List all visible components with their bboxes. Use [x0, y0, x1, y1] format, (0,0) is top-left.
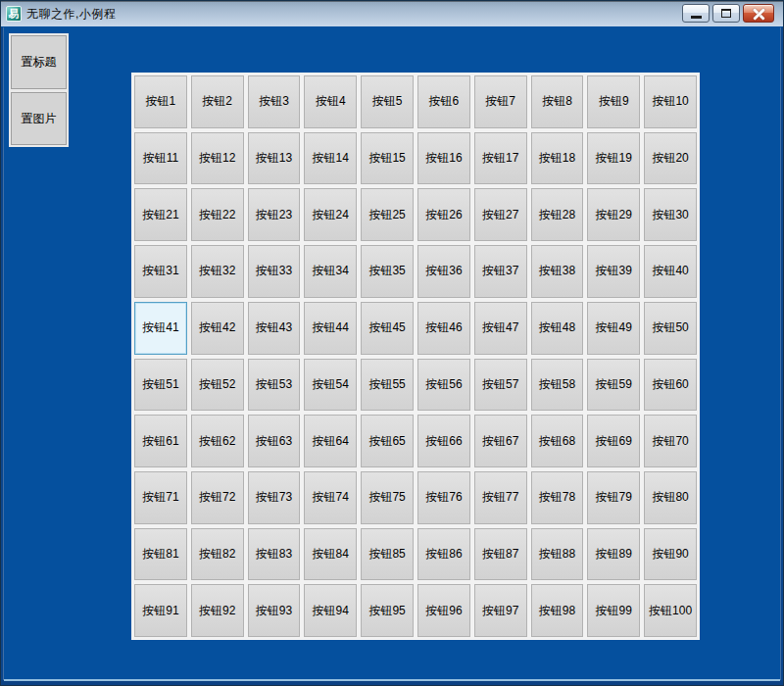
grid-button[interactable]: 按钮51 — [134, 359, 187, 412]
grid-button[interactable]: 按钮45 — [361, 302, 414, 355]
grid-button[interactable]: 按钮85 — [361, 528, 414, 581]
grid-button[interactable]: 按钮49 — [587, 302, 640, 355]
grid-button[interactable]: 按钮55 — [361, 359, 414, 412]
grid-button[interactable]: 按钮12 — [191, 132, 244, 185]
grid-button[interactable]: 按钮75 — [361, 471, 414, 524]
grid-button[interactable]: 按钮92 — [191, 584, 244, 637]
grid-button[interactable]: 按钮7 — [474, 75, 527, 128]
grid-button[interactable]: 按钮20 — [644, 132, 697, 185]
grid-button[interactable]: 按钮86 — [417, 528, 470, 581]
grid-button[interactable]: 按钮100 — [644, 584, 697, 637]
grid-button[interactable]: 按钮2 — [191, 75, 244, 128]
grid-button[interactable]: 按钮93 — [248, 584, 301, 637]
grid-button[interactable]: 按钮10 — [644, 75, 697, 128]
grid-button[interactable]: 按钮4 — [304, 75, 357, 128]
grid-button[interactable]: 按钮82 — [191, 528, 244, 581]
grid-button[interactable]: 按钮83 — [248, 528, 301, 581]
grid-button[interactable]: 按钮94 — [304, 584, 357, 637]
grid-button[interactable]: 按钮71 — [134, 471, 187, 524]
grid-button[interactable]: 按钮46 — [417, 302, 470, 355]
grid-button[interactable]: 按钮77 — [474, 471, 527, 524]
grid-button[interactable]: 按钮79 — [587, 471, 640, 524]
grid-button[interactable]: 按钮37 — [474, 245, 527, 298]
grid-button[interactable]: 按钮35 — [361, 245, 414, 298]
grid-button[interactable]: 按钮34 — [304, 245, 357, 298]
grid-button[interactable]: 按钮76 — [417, 471, 470, 524]
grid-button[interactable]: 按钮32 — [191, 245, 244, 298]
grid-button-selected[interactable]: 按钮41 — [134, 302, 187, 355]
grid-button[interactable]: 按钮70 — [644, 415, 697, 467]
grid-button[interactable]: 按钮9 — [587, 75, 640, 128]
grid-button[interactable]: 按钮38 — [531, 245, 584, 298]
titlebar[interactable]: 易 无聊之作,小例程 — [1, 1, 783, 26]
grid-button[interactable]: 按钮31 — [134, 245, 187, 298]
grid-button[interactable]: 按钮29 — [587, 188, 640, 241]
grid-button[interactable]: 按钮64 — [304, 415, 357, 467]
grid-button[interactable]: 按钮42 — [191, 302, 244, 355]
grid-button[interactable]: 按钮21 — [134, 188, 187, 241]
grid-button[interactable]: 按钮33 — [248, 245, 301, 298]
grid-button[interactable]: 按钮58 — [531, 359, 584, 412]
grid-button[interactable]: 按钮22 — [191, 188, 244, 241]
grid-button[interactable]: 按钮84 — [304, 528, 357, 581]
grid-button[interactable]: 按钮91 — [134, 584, 187, 637]
grid-button[interactable]: 按钮66 — [417, 415, 470, 467]
grid-button[interactable]: 按钮78 — [531, 471, 584, 524]
grid-button[interactable]: 按钮90 — [644, 528, 697, 581]
grid-button[interactable]: 按钮28 — [531, 188, 584, 241]
set-title-button[interactable]: 置标题 — [11, 35, 67, 89]
grid-button[interactable]: 按钮44 — [304, 302, 357, 355]
grid-button[interactable]: 按钮39 — [587, 245, 640, 298]
grid-button[interactable]: 按钮5 — [361, 75, 414, 128]
grid-button[interactable]: 按钮88 — [531, 528, 584, 581]
grid-button[interactable]: 按钮73 — [248, 471, 301, 524]
grid-button[interactable]: 按钮95 — [361, 584, 414, 637]
grid-button[interactable]: 按钮15 — [361, 132, 414, 185]
grid-button[interactable]: 按钮59 — [587, 359, 640, 412]
grid-button[interactable]: 按钮19 — [587, 132, 640, 185]
grid-button[interactable]: 按钮87 — [474, 528, 527, 581]
grid-button[interactable]: 按钮81 — [134, 528, 187, 581]
grid-button[interactable]: 按钮96 — [417, 584, 470, 637]
grid-button[interactable]: 按钮50 — [644, 302, 697, 355]
grid-button[interactable]: 按钮40 — [644, 245, 697, 298]
grid-button[interactable]: 按钮65 — [361, 415, 414, 467]
grid-button[interactable]: 按钮89 — [587, 528, 640, 581]
grid-button[interactable]: 按钮14 — [304, 132, 357, 185]
grid-button[interactable]: 按钮53 — [248, 359, 301, 412]
grid-button[interactable]: 按钮8 — [531, 75, 584, 128]
grid-button[interactable]: 按钮62 — [191, 415, 244, 467]
grid-button[interactable]: 按钮98 — [531, 584, 584, 637]
grid-button[interactable]: 按钮56 — [417, 359, 470, 412]
grid-button[interactable]: 按钮18 — [531, 132, 584, 185]
grid-button[interactable]: 按钮26 — [417, 188, 470, 241]
grid-button[interactable]: 按钮80 — [644, 471, 697, 524]
grid-button[interactable]: 按钮67 — [474, 415, 527, 467]
grid-button[interactable]: 按钮61 — [134, 415, 187, 467]
grid-button[interactable]: 按钮13 — [248, 132, 301, 185]
grid-button[interactable]: 按钮17 — [474, 132, 527, 185]
maximize-button[interactable] — [712, 4, 740, 23]
grid-button[interactable]: 按钮60 — [644, 359, 697, 412]
grid-button[interactable]: 按钮47 — [474, 302, 527, 355]
grid-button[interactable]: 按钮16 — [417, 132, 470, 185]
minimize-button[interactable] — [682, 4, 710, 23]
set-image-button[interactable]: 置图片 — [11, 92, 67, 145]
grid-button[interactable]: 按钮54 — [304, 359, 357, 412]
close-button[interactable] — [743, 4, 774, 23]
grid-button[interactable]: 按钮25 — [361, 188, 414, 241]
grid-button[interactable]: 按钮11 — [134, 132, 187, 185]
grid-button[interactable]: 按钮30 — [644, 188, 697, 241]
grid-button[interactable]: 按钮48 — [531, 302, 584, 355]
grid-button[interactable]: 按钮68 — [531, 415, 584, 467]
grid-button[interactable]: 按钮72 — [191, 471, 244, 524]
grid-button[interactable]: 按钮36 — [417, 245, 470, 298]
grid-button[interactable]: 按钮63 — [248, 415, 301, 467]
grid-button[interactable]: 按钮74 — [304, 471, 357, 524]
grid-button[interactable]: 按钮57 — [474, 359, 527, 412]
grid-button[interactable]: 按钮6 — [417, 75, 470, 128]
grid-button[interactable]: 按钮24 — [304, 188, 357, 241]
grid-button[interactable]: 按钮52 — [191, 359, 244, 412]
grid-button[interactable]: 按钮23 — [248, 188, 301, 241]
grid-button[interactable]: 按钮27 — [474, 188, 527, 241]
